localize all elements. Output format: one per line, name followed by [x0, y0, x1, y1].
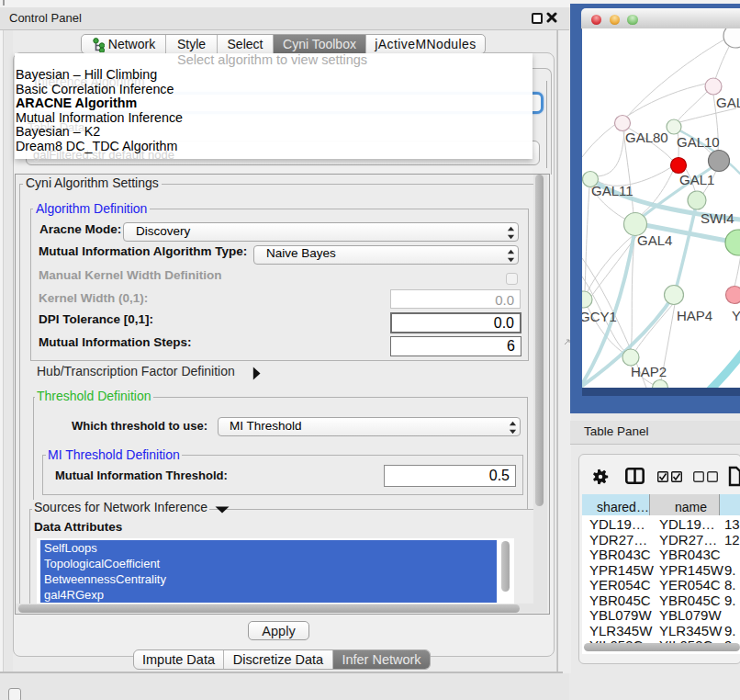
svg-text:GCY1: GCY1: [582, 309, 617, 324]
svg-text:Y: Y: [732, 308, 740, 323]
svg-text:GAL11: GAL11: [591, 183, 633, 198]
svg-text:GAL4: GAL4: [637, 232, 672, 248]
svg-text:GAL7: GAL7: [716, 95, 740, 110]
svg-text:HAP2: HAP2: [631, 364, 667, 379]
svg-text:GAL1: GAL1: [679, 172, 714, 187]
svg-text:SWI4: SWI4: [701, 210, 734, 226]
svg-text:GAL80: GAL80: [625, 130, 668, 145]
svg-text:GAL10: GAL10: [677, 134, 720, 150]
svg-text:HAP4: HAP4: [677, 308, 712, 323]
